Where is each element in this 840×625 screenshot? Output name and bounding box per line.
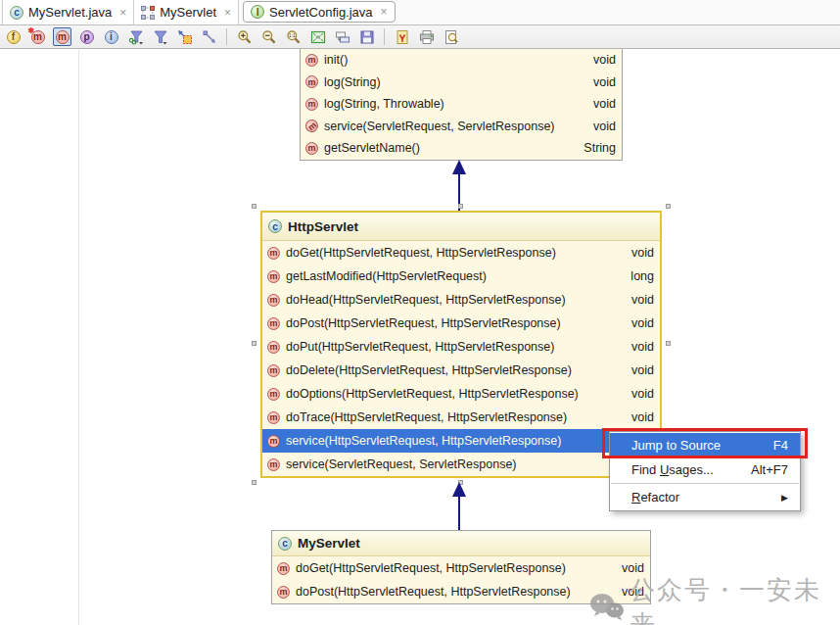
fit-content-icon [310, 29, 326, 45]
close-icon[interactable]: × [119, 6, 126, 20]
parent-class-node[interactable]: init() void log(String) void log(String,… [300, 49, 623, 161]
method-row[interactable]: log(String, Throwable) void [301, 93, 622, 116]
node-filter-button[interactable] [151, 27, 169, 46]
menu-item-find-usages[interactable]: Find Usages... Alt+F7 [610, 457, 800, 482]
print-preview-button[interactable] [442, 27, 460, 46]
selection-handle[interactable] [458, 204, 463, 209]
menu-item-refactor[interactable]: Refactor ▶ [610, 485, 800, 509]
method-row[interactable]: doPost(HttpServletRequest, HttpServletRe… [262, 312, 660, 335]
tab-label: MyServlet.java [28, 5, 112, 20]
method-icon [267, 411, 280, 424]
method-icon [267, 247, 280, 260]
toolbar-separator [226, 28, 227, 45]
tab-myservlet-java[interactable]: MyServlet.java × [2, 0, 134, 24]
method-icon [305, 98, 318, 111]
method-icon [267, 270, 280, 283]
methods-icon: m [56, 30, 70, 44]
actual-size-button[interactable]: 1:1 [284, 27, 303, 46]
show-properties-button[interactable]: p [77, 27, 96, 46]
edge-filter-icon [128, 29, 144, 45]
constructors-icon: m [31, 30, 45, 44]
selection-handle[interactable] [252, 480, 257, 485]
fit-content-button[interactable] [308, 27, 327, 46]
method-icon [305, 75, 318, 88]
show-constructors-button[interactable]: m [28, 27, 47, 46]
diagram-toolbar: f m m p i [0, 25, 840, 49]
method-row[interactable]: doHead(HttpServletRequest, HttpServletRe… [262, 288, 660, 312]
node-title: MyServlet [298, 536, 360, 551]
export-file-icon [395, 29, 410, 45]
node-title: HttpServlet [288, 219, 358, 234]
method-row[interactable]: service(ServletRequest, ServletResponse)… [301, 116, 622, 138]
watermark-text: 公众号・一安未来 [630, 573, 840, 625]
save-diagram-button[interactable] [357, 27, 376, 46]
node-header[interactable]: HttpServlet [262, 213, 660, 241]
zoom-out-button[interactable] [259, 27, 278, 46]
menu-separator [611, 483, 799, 484]
method-icon [277, 562, 290, 575]
show-methods-button[interactable]: m [53, 27, 71, 46]
arrow-up-icon [452, 482, 466, 497]
method-row[interactable]: doDelete(HttpServletRequest, HttpServlet… [262, 359, 660, 382]
printer-icon [419, 29, 435, 45]
method-icon [267, 317, 280, 330]
zoom-in-button[interactable] [235, 27, 254, 46]
tab-label: ServletConfig.java [269, 5, 373, 20]
method-row-selected[interactable]: service(HttpServletRequest, HttpServletR… [262, 429, 660, 453]
class-icon [278, 537, 292, 551]
show-dependencies-button[interactable] [175, 27, 194, 46]
tab-label: MyServlet [160, 5, 216, 20]
selection-handle[interactable] [666, 204, 671, 209]
tab-myservlet-diagram[interactable]: MyServlet × [134, 0, 239, 24]
diagonal-arrow-icon [202, 29, 217, 45]
print-button[interactable] [417, 27, 436, 46]
class-icon [10, 6, 23, 20]
method-row[interactable]: getLastModified(HttpServletRequest) long [262, 264, 660, 288]
method-icon [267, 388, 280, 401]
canvas-divider [78, 50, 79, 625]
method-row[interactable]: doGet(HttpServletRequest, HttpServletRes… [262, 241, 660, 264]
dependencies-icon [177, 29, 193, 45]
arrow-up-icon [452, 160, 466, 174]
menu-shortcut: Alt+F7 [751, 462, 788, 477]
submenu-arrow-icon: ▶ [781, 493, 788, 503]
method-row[interactable]: doTrace(HttpServletRequest, HttpServletR… [262, 406, 660, 429]
svg-text:1:1: 1:1 [289, 33, 296, 38]
method-icon [267, 294, 280, 307]
zoom-out-icon [261, 29, 277, 45]
class-icon [268, 219, 282, 233]
fields-icon: f [7, 30, 21, 44]
method-icon [267, 435, 280, 448]
method-row[interactable]: init() void [301, 49, 622, 72]
actual-size-icon: 1:1 [286, 29, 302, 45]
properties-icon: p [80, 30, 94, 44]
method-row[interactable]: service(ServletRequest, ServletResponse) [262, 453, 660, 476]
edge-creation-button[interactable] [200, 27, 218, 46]
method-row[interactable]: doOptions(HttpServletRequest, HttpServle… [262, 382, 660, 406]
close-icon[interactable]: × [381, 5, 388, 19]
method-row[interactable]: log(String) void [301, 72, 622, 94]
show-fields-button[interactable]: f [4, 27, 23, 46]
abstract-method-icon [303, 118, 320, 135]
apply-layout-button[interactable] [333, 27, 351, 46]
close-icon[interactable]: × [224, 6, 231, 20]
apply-layout-icon [335, 29, 350, 45]
node-header[interactable]: MyServlet [272, 531, 650, 556]
selection-handle[interactable] [666, 341, 671, 346]
method-icon [305, 142, 318, 155]
selection-handle[interactable] [252, 341, 257, 346]
show-inner-classes-button[interactable]: i [102, 27, 120, 46]
save-icon [359, 29, 375, 45]
uml-diagram-window: MyServlet.java × MyServlet × ServletConf… [0, 0, 840, 625]
watermark: 公众号・一安未来 [588, 573, 840, 625]
method-row[interactable]: doPut(HttpServletRequest, HttpServletRes… [262, 335, 660, 359]
method-row[interactable]: getServletName() String [301, 137, 622, 160]
wechat-icon [588, 591, 626, 624]
method-icon [277, 586, 290, 599]
edge-filter-button[interactable] [126, 27, 145, 46]
toolbar-separator [384, 28, 385, 45]
export-to-file-button[interactable] [393, 27, 411, 46]
annotation-highlight-box [602, 428, 808, 458]
selection-handle[interactable] [252, 204, 257, 209]
tab-servletconfig-java[interactable]: ServletConfig.java × [243, 1, 396, 23]
